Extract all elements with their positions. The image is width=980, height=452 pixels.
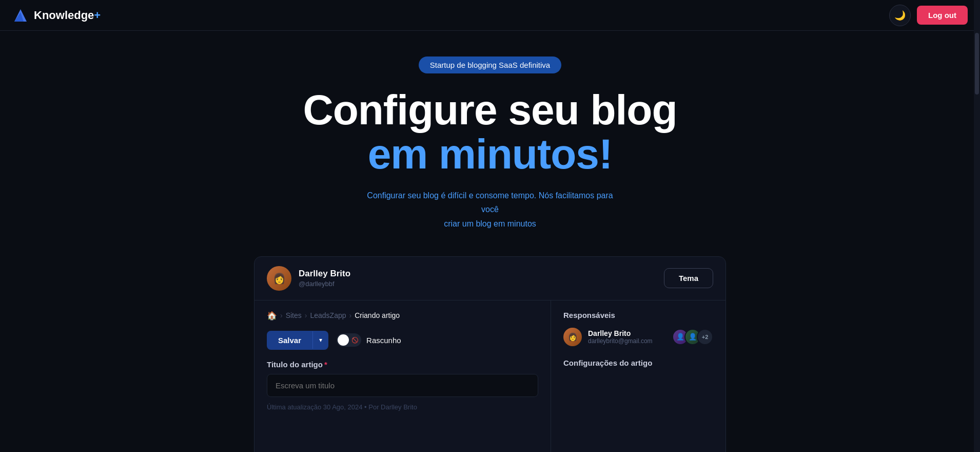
hero-subtitle: Configurar seu blog é difícil e consome … <box>367 189 613 231</box>
scrollbar-track <box>974 0 980 452</box>
theme-toggle-button[interactable]: 🌙 <box>889 5 911 26</box>
save-toolbar: Salvar ▾ 🚫 Rascunho <box>267 331 538 350</box>
breadcrumb-sites[interactable]: Sites <box>286 311 302 319</box>
draft-toggle[interactable]: 🚫 <box>337 333 361 347</box>
responsavel-avatar: 👩 <box>563 328 582 346</box>
responsavel-row: 👩 Darlley Brito darlleybrito@gmail.com 👤… <box>563 328 713 346</box>
breadcrumb: 🏠 › Sites › LeadsZapp › Criando artigo <box>267 311 538 321</box>
save-button[interactable]: Salvar <box>267 331 312 350</box>
save-button-group: Salvar ▾ <box>267 331 328 350</box>
extra-avatars: 👤 👤 +2 <box>672 329 713 345</box>
user-handle: @darlleybbf <box>299 280 350 288</box>
user-details: Darlley Brito @darlleybbf <box>299 269 350 288</box>
card-left-panel: 🏠 › Sites › LeadsZapp › Criando artigo S… <box>254 300 551 452</box>
last-update: Última atualização 30 Ago, 2024 • Por Da… <box>267 403 538 411</box>
responsavel-name: Darlley Brito <box>588 329 653 337</box>
user-name: Darlley Brito <box>299 269 350 279</box>
draft-toggle-area: 🚫 Rascunho <box>337 333 401 347</box>
responsaveis-section: Responsáveis 👩 Darlley Brito darlleybrit… <box>563 311 713 346</box>
save-chevron-button[interactable]: ▾ <box>312 331 328 349</box>
breadcrumb-current: Criando artigo <box>355 311 400 319</box>
toggle-knob <box>338 334 349 346</box>
field-label: Titulo do artigo* <box>267 360 538 369</box>
hero-title-blue: em minutos! <box>368 132 612 176</box>
demo-container: 👩 Darlley Brito @darlleybbf Tema 🏠 › Sit… <box>0 251 980 452</box>
config-section: Configurações do artigo <box>563 359 713 367</box>
hero-badge: Startup de blogging SaaS definitiva <box>419 56 561 73</box>
navbar: Knowledge+ 🌙 Log out <box>0 0 980 31</box>
required-star: * <box>324 360 327 369</box>
avatar: 👩 <box>267 266 291 291</box>
breadcrumb-sep-1: › <box>280 311 283 319</box>
card-body: 🏠 › Sites › LeadsZapp › Criando artigo S… <box>254 300 726 452</box>
article-title-input[interactable] <box>267 374 538 397</box>
breadcrumb-sep-2: › <box>305 311 307 319</box>
responsavel-info: Darlley Brito darlleybrito@gmail.com <box>588 329 653 345</box>
breadcrumb-home-icon[interactable]: 🏠 <box>267 311 277 321</box>
nav-right: 🌙 Log out <box>889 5 968 26</box>
breadcrumb-sep-3: › <box>349 311 352 319</box>
toggle-icon: 🚫 <box>351 337 359 344</box>
card-header: 👩 Darlley Brito @darlleybbf Tema <box>254 257 726 300</box>
tema-button[interactable]: Tema <box>664 268 713 288</box>
config-title: Configurações do artigo <box>563 359 713 367</box>
logo-icon <box>12 7 29 24</box>
card-right-panel: Responsáveis 👩 Darlley Brito darlleybrit… <box>551 300 726 452</box>
logo: Knowledge+ <box>12 7 101 24</box>
draft-label: Rascunho <box>366 336 401 345</box>
breadcrumb-site-name[interactable]: LeadsZapp <box>310 311 346 319</box>
user-info: 👩 Darlley Brito @darlleybbf <box>267 266 350 291</box>
responsaveis-title: Responsáveis <box>563 311 713 319</box>
demo-card: 👩 Darlley Brito @darlleybbf Tema 🏠 › Sit… <box>254 256 726 452</box>
hero-title-white: Configure seu blog <box>303 88 677 132</box>
logo-text: Knowledge+ <box>34 9 101 22</box>
logout-button[interactable]: Log out <box>917 6 968 25</box>
hero-section: Startup de blogging SaaS definitiva Conf… <box>0 31 980 251</box>
extra-avatar-count: +2 <box>697 329 713 345</box>
scrollbar-thumb[interactable] <box>975 33 979 95</box>
responsavel-email: darlleybrito@gmail.com <box>588 337 653 345</box>
